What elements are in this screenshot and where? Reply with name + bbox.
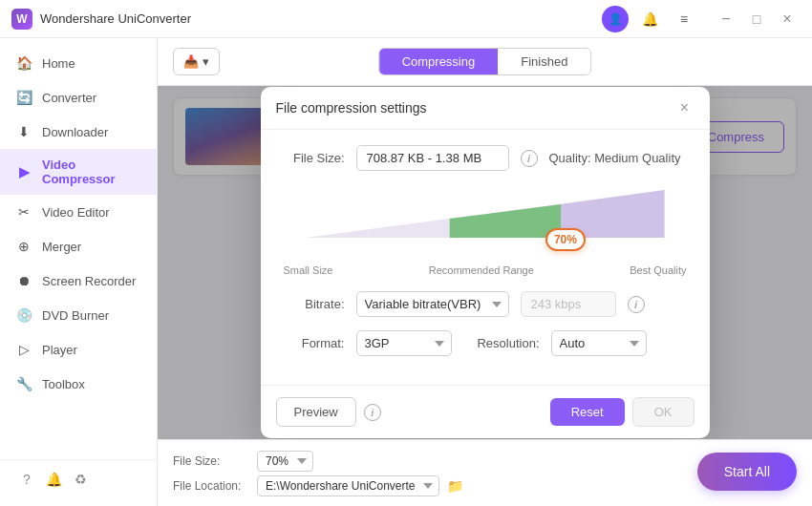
close-button[interactable]: × <box>774 6 801 32</box>
start-all-button[interactable]: Start All <box>697 453 797 491</box>
modal-overlay: File compression settings × File Size: i… <box>158 86 812 439</box>
sidebar-item-video-editor[interactable]: ✂ Video Editor <box>0 195 157 229</box>
video-compressor-icon: ▶ <box>15 163 32 180</box>
preview-info-icon[interactable]: i <box>364 404 381 421</box>
bitrate-select[interactable]: Variable bitrate(VBR) <box>356 291 509 317</box>
sidebar-bottom: ? 🔔 ♻ <box>0 459 157 498</box>
add-icon: 📥 <box>183 54 199 69</box>
sidebar-item-toolbox[interactable]: 🔧 Toolbox <box>0 367 157 401</box>
app-logo: W <box>11 9 32 30</box>
sidebar-item-label: Home <box>42 56 75 71</box>
screen-recorder-icon: ⏺ <box>15 272 32 289</box>
title-bar-actions: 👤 🔔 ≡ − □ × <box>602 6 801 32</box>
sidebar-item-downloader[interactable]: ⬇ Downloader <box>0 115 157 149</box>
window-controls: − □ × <box>713 6 801 32</box>
add-dropdown-arrow: ▾ <box>203 54 209 69</box>
reset-button[interactable]: Reset <box>550 398 625 426</box>
file-size-info-icon[interactable]: i <box>521 150 538 167</box>
bottom-file-location-select[interactable]: E:\Wondershare UniConverte <box>257 475 439 496</box>
bottom-file-location-label: File Location: <box>173 479 249 493</box>
sidebar-item-label: Downloader <box>42 125 108 139</box>
open-folder-icon[interactable]: 📁 <box>447 478 463 494</box>
toolbox-icon: 🔧 <box>15 375 32 392</box>
format-select[interactable]: 3GP <box>356 330 452 356</box>
converter-icon: 🔄 <box>15 89 32 106</box>
downloader-icon: ⬇ <box>15 123 32 140</box>
best-quality-label: Best Quality <box>630 264 686 276</box>
slider-area: 70% Small Size Recommended Range Best Qu… <box>276 184 694 276</box>
minimize-button[interactable]: − <box>713 6 739 32</box>
file-size-row: File Size: i Quality: Medium Quality <box>276 145 694 171</box>
maximize-button[interactable]: □ <box>743 6 770 32</box>
bitrate-info-icon[interactable]: i <box>628 296 645 313</box>
dvd-burner-icon: 💿 <box>15 306 32 324</box>
modal-header: File compression settings × <box>261 87 710 130</box>
title-bar: W Wondershare UniConverter 👤 🔔 ≡ − □ × <box>0 0 812 38</box>
slider-container[interactable]: 70% <box>284 184 687 261</box>
main-layout: 🏠 Home 🔄 Converter ⬇ Downloader ▶ Video … <box>0 38 812 506</box>
bitrate-row: Bitrate: Variable bitrate(VBR) i <box>276 291 694 317</box>
sidebar-item-label: Player <box>42 343 77 357</box>
recommended-range-label: Recommended Range <box>429 264 534 276</box>
file-size-input[interactable] <box>356 145 509 171</box>
modal-body: File Size: i Quality: Medium Quality <box>261 130 710 385</box>
toolbar-tabs: Compressing Finished <box>378 48 592 75</box>
bitrate-label: Bitrate: <box>276 297 345 311</box>
toolbar: 📥 ▾ Compressing Finished <box>158 38 812 86</box>
file-size-label: File Size: <box>276 151 345 165</box>
bottom-bar: File Size: 70% File Location: E:\Wonders… <box>158 439 812 506</box>
svg-marker-3 <box>306 219 449 238</box>
compression-percent-badge: 70% <box>545 228 586 251</box>
sidebar-item-screen-recorder[interactable]: ⏺ Screen Recorder <box>0 264 157 298</box>
bell-icon[interactable]: 🔔 <box>636 6 663 32</box>
sidebar-item-dvd-burner[interactable]: 💿 DVD Burner <box>0 298 157 332</box>
bottom-file-size-label: File Size: <box>173 454 249 468</box>
preview-button[interactable]: Preview <box>276 397 356 427</box>
footer-right: Reset OK <box>550 397 694 427</box>
compression-wedge-svg <box>284 190 687 238</box>
tab-compressing[interactable]: Compressing <box>379 49 499 74</box>
sidebar-item-label: Screen Recorder <box>42 274 136 288</box>
sidebar-item-label: Video Compressor <box>42 158 141 186</box>
content-area: ‹ 📥 ▾ Compressing Finished jellies <box>158 38 812 506</box>
sidebar: 🏠 Home 🔄 Converter ⬇ Downloader ▶ Video … <box>0 38 158 506</box>
modal-title: File compression settings <box>276 100 427 116</box>
svg-marker-1 <box>449 204 561 238</box>
home-icon: 🏠 <box>15 54 32 72</box>
video-editor-icon: ✂ <box>15 203 32 221</box>
bitrate-kbps-input <box>521 291 616 317</box>
footer-left: Preview i <box>276 397 381 427</box>
sidebar-item-player[interactable]: ▷ Player <box>0 332 157 367</box>
sidebar-item-video-compressor[interactable]: ▶ Video Compressor <box>0 149 157 195</box>
resolution-label: Resolution: <box>463 336 540 350</box>
user-icon[interactable]: 👤 <box>602 6 629 32</box>
sidebar-item-home[interactable]: 🏠 Home <box>0 46 157 80</box>
modal-close-button[interactable]: × <box>675 98 694 117</box>
compression-settings-modal: File compression settings × File Size: i… <box>261 87 710 438</box>
bottom-file-size-select[interactable]: 70% <box>257 451 313 472</box>
sidebar-item-label: DVD Burner <box>42 308 109 323</box>
sync-icon[interactable]: ♻ <box>69 468 92 491</box>
compression-marker[interactable]: 70% <box>545 228 586 251</box>
sidebar-item-label: Converter <box>42 91 96 105</box>
sidebar-item-converter[interactable]: 🔄 Converter <box>0 80 157 115</box>
format-label: Format: <box>276 336 345 350</box>
notification-icon[interactable]: 🔔 <box>42 468 65 491</box>
app-title: Wondershare UniConverter <box>40 11 602 26</box>
small-size-label: Small Size <box>284 264 333 276</box>
help-icon[interactable]: ? <box>15 468 38 491</box>
player-icon: ▷ <box>15 341 32 358</box>
ok-button[interactable]: OK <box>632 397 694 427</box>
sidebar-item-merger[interactable]: ⊕ Merger <box>0 229 157 264</box>
file-list-area: jellies ✏ 📁 1.98 MB 📁 708.87 KB-1.38 MB <box>158 86 812 439</box>
merger-icon: ⊕ <box>15 238 32 255</box>
format-resolution-row: Format: 3GP Resolution: Auto <box>276 330 694 356</box>
menu-icon[interactable]: ≡ <box>671 6 697 32</box>
modal-footer: Preview i Reset OK <box>261 385 710 438</box>
resolution-select[interactable]: Auto <box>551 330 647 356</box>
sidebar-item-label: Video Editor <box>42 205 110 220</box>
add-file-button[interactable]: 📥 ▾ <box>173 48 220 75</box>
slider-labels: Small Size Recommended Range Best Qualit… <box>284 264 687 276</box>
quality-text: Quality: Medium Quality <box>549 151 681 165</box>
tab-finished[interactable]: Finished <box>498 49 590 74</box>
